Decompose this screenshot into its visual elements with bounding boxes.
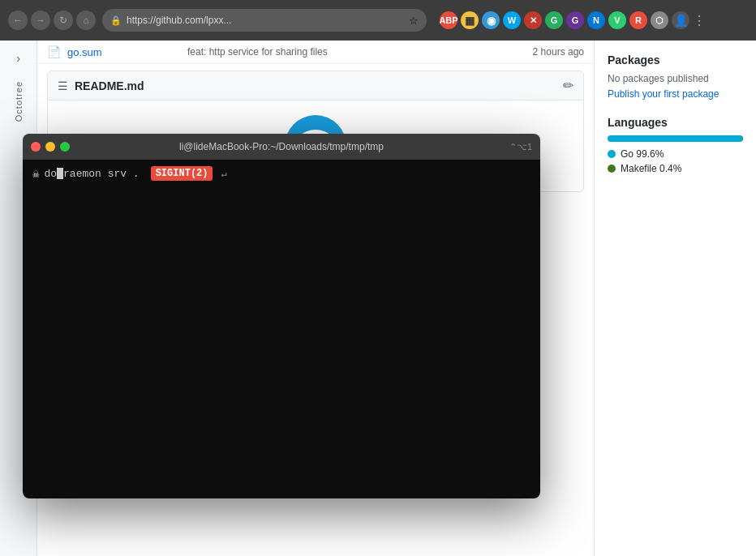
packages-section: Packages No packages published Publish y… xyxy=(608,53,743,100)
makefile-language-item: Makefile 0.4% xyxy=(608,163,743,174)
terminal-minimize-button[interactable] xyxy=(45,142,55,152)
cursor-suffix: raemon srv . xyxy=(63,168,140,180)
address-bar[interactable]: 🔒 https://github.com/lpxx... ☆ xyxy=(102,9,427,32)
nav-forward-button[interactable]: → xyxy=(31,11,50,30)
browser-more-button[interactable]: ⋮ xyxy=(693,13,706,28)
go-language-label: Go 99.6% xyxy=(621,148,664,160)
makefile-language-label: Makefile 0.4% xyxy=(621,163,681,174)
file-icon: 📄 xyxy=(47,45,61,58)
go-dot xyxy=(608,150,616,158)
browser-extensions: ABP ▦ ◉ W ✕ G G N V R ⬡ 👤 ⋮ xyxy=(440,11,706,29)
terminal-window[interactable]: li@lideMacBook-Pro:~/Downloads/tmp/tmp/t… xyxy=(23,134,540,498)
ext-blue-icon[interactable]: ◉ xyxy=(482,11,500,29)
go-language-item: Go 99.6% xyxy=(608,148,743,160)
right-sidebar: Packages No packages published Publish y… xyxy=(594,41,756,556)
ext-rp-icon[interactable]: R xyxy=(629,11,647,29)
terminal-maximize-button[interactable] xyxy=(60,142,70,152)
languages-bar xyxy=(608,135,743,142)
terminal-shortcut: ⌃⌥1 xyxy=(509,142,532,152)
ext-v-icon[interactable]: V xyxy=(608,11,626,29)
browser-bar: ← → ↻ ⌂ 🔒 https://github.com/lpxx... ☆ A… xyxy=(0,0,756,41)
go-bar-segment xyxy=(608,135,742,142)
file-commit-message: feat: http service for sharing files xyxy=(187,46,513,58)
file-timestamp: 2 hours ago xyxy=(519,46,584,58)
nav-refresh-button[interactable]: ↻ xyxy=(54,11,73,30)
browser-nav: ← → ↻ ⌂ xyxy=(8,11,96,30)
ext-puzzle-icon[interactable]: ⬡ xyxy=(651,11,668,29)
nav-back-button[interactable]: ← xyxy=(8,11,28,30)
sigint-badge: SIGINT(2) xyxy=(151,166,213,181)
terminal-body[interactable]: ☠ doraemon srv . SIGINT(2) ↵ xyxy=(23,160,540,498)
terminal-title: li@lideMacBook-Pro:~/Downloads/tmp/tmp/t… xyxy=(179,141,384,152)
shortcut-text: ⌃⌥1 xyxy=(509,142,532,152)
file-row: 📄 go.sum feat: http service for sharing … xyxy=(37,41,594,64)
languages-section: Languages Go 99.6% Makefile 0.4% xyxy=(608,116,743,174)
makefile-dot xyxy=(608,165,616,173)
readme-title: README.md xyxy=(75,79,144,92)
terminal-prompt-line: ☠ doraemon srv . SIGINT(2) ↵ xyxy=(32,166,530,181)
packages-title: Packages xyxy=(608,53,743,66)
return-icon: ↵ xyxy=(221,168,226,180)
languages-title: Languages xyxy=(608,116,743,129)
ext-user-icon[interactable]: 👤 xyxy=(672,11,689,29)
cursor-prefix: do xyxy=(44,168,57,180)
octotree-label: Octotree xyxy=(14,81,24,122)
file-name[interactable]: go.sum xyxy=(67,46,181,58)
url-text: https://github.com/lpxx... xyxy=(127,15,404,26)
star-icon[interactable]: ☆ xyxy=(409,15,419,27)
terminal-cursor xyxy=(57,168,63,179)
octotree-toggle-button[interactable]: › xyxy=(9,49,28,68)
ext-gecko-icon[interactable]: G xyxy=(566,11,584,29)
ext-yellow-icon[interactable]: ▦ xyxy=(461,11,479,29)
terminal-prompt-icon: ☠ xyxy=(32,167,39,181)
makefile-bar-segment xyxy=(742,135,743,142)
lock-icon: 🔒 xyxy=(110,15,122,26)
terminal-command-text: doraemon srv . xyxy=(44,168,139,180)
ext-red-icon[interactable]: ✕ xyxy=(524,11,542,29)
ext-abp-icon[interactable]: ABP xyxy=(440,11,457,29)
no-packages-text: No packages published xyxy=(608,73,743,84)
readme-edit-button[interactable]: ✏ xyxy=(563,78,573,93)
terminal-titlebar: li@lideMacBook-Pro:~/Downloads/tmp/tmp/t… xyxy=(23,134,540,160)
publish-first-package-link[interactable]: Publish your first package xyxy=(608,88,719,100)
readme-list-icon: ☰ xyxy=(58,79,68,92)
readme-title-area: ☰ README.md xyxy=(58,79,144,92)
nav-home-button[interactable]: ⌂ xyxy=(76,11,96,30)
ext-ms-icon[interactable]: W xyxy=(503,11,521,29)
ext-green-icon[interactable]: G xyxy=(545,11,563,29)
ext-n-icon[interactable]: N xyxy=(587,11,605,29)
readme-header: ☰ README.md ✏ xyxy=(48,71,583,101)
terminal-close-button[interactable] xyxy=(31,142,41,152)
